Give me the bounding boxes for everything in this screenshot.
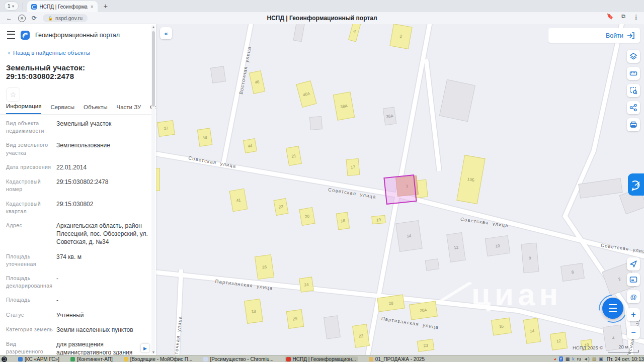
attribute-row: Площадь декларированная - xyxy=(6,275,151,290)
share-button[interactable] xyxy=(627,101,640,114)
building-number: 9 xyxy=(529,255,531,260)
panel-tab[interactable]: Части ЗУ xyxy=(117,104,141,114)
menu-icon[interactable] xyxy=(7,31,15,39)
app-icon xyxy=(70,357,75,361)
back-icon[interactable]: ← xyxy=(6,15,12,22)
bookmark-icon[interactable]: 🔖 xyxy=(606,13,613,20)
select-area-button[interactable] xyxy=(627,84,640,97)
building[interactable]: 8 xyxy=(560,263,585,282)
app-icon xyxy=(369,357,373,361)
tray-icon[interactable]: ◕ xyxy=(553,356,556,361)
layers-button[interactable] xyxy=(627,50,640,63)
tray-icon[interactable]: k xyxy=(572,356,575,361)
protect-icon[interactable]: Я xyxy=(18,15,26,22)
task-button[interactable]: НСПД | Геоинформацион... xyxy=(285,356,358,362)
refresh-icon[interactable]: ⟳ xyxy=(32,15,37,22)
browser-toolbar: ← Я ⟳ 🔒 nspd.gov.ru xyxy=(0,12,644,25)
close-icon[interactable]: × xyxy=(91,4,94,10)
building[interactable]: 36А xyxy=(383,107,397,126)
building[interactable] xyxy=(210,66,226,83)
building-number: 48 xyxy=(202,135,207,140)
building[interactable]: 18 xyxy=(336,212,350,230)
building[interactable]: 29 xyxy=(286,309,304,329)
zoom-out-button[interactable]: − xyxy=(627,326,640,339)
panel-scrollbar[interactable]: ▲ ▼ xyxy=(151,25,155,354)
building[interactable]: 12 xyxy=(550,332,568,350)
panel-tab[interactable]: Информация xyxy=(6,103,41,114)
downloads-icon[interactable]: ⭳ xyxy=(633,14,639,20)
building[interactable]: 2 xyxy=(389,24,412,49)
attribute-label: Вид земельного участка xyxy=(6,141,54,156)
building[interactable]: 44 xyxy=(243,138,257,153)
attribute-row: Площадь уточненная 374 кв. м xyxy=(6,253,151,268)
highlighted-parcel[interactable] xyxy=(383,174,417,205)
task-button[interactable]: [Росимущество - Chromiu... xyxy=(203,356,273,362)
back-to-results-link[interactable]: ‹ Назад в найденные объекты xyxy=(0,43,156,56)
map-canvas[interactable]: 4640А274844214238А36А1713Б41222018191412… xyxy=(156,24,644,355)
tab-title: НСПД | Геоинформа xyxy=(40,4,88,10)
taskbar-clock[interactable]: Пт. 24 окт. 10:13 xyxy=(607,356,644,362)
locate-button[interactable] xyxy=(627,257,640,270)
print-button[interactable] xyxy=(627,118,640,131)
attribute-row: Дата присвоения 22.01.2014 xyxy=(6,163,151,171)
task-button[interactable]: [Континент-АП] xyxy=(70,356,113,362)
building[interactable]: 17 xyxy=(346,158,360,176)
zoom-in-button[interactable]: + xyxy=(627,308,640,321)
tabs-scroll-button[interactable]: ▶ xyxy=(140,343,150,353)
address-search-button[interactable]: @ xyxy=(627,290,640,303)
tray-icon[interactable]: ru xyxy=(577,356,581,361)
building[interactable] xyxy=(425,258,440,270)
tray-icon[interactable]: ▣ xyxy=(599,356,603,361)
task-button[interactable]: [КС «АРМ ГС»] xyxy=(18,356,59,362)
building[interactable]: 10 xyxy=(485,235,511,256)
login-label: Войти xyxy=(606,32,623,39)
building[interactable]: 24 xyxy=(299,277,314,292)
building-number: 17 xyxy=(351,165,356,170)
tray-icon[interactable]: ◄) xyxy=(584,356,590,361)
building[interactable]: 23 xyxy=(417,339,435,352)
building[interactable]: 19 xyxy=(371,215,385,224)
task-buttons: [КС «АРМ ГС»] [Континент-АП] [Входящие -… xyxy=(7,356,425,362)
scrollbar-thumb[interactable] xyxy=(152,31,155,107)
building-number: 41 xyxy=(236,198,241,203)
ruler-button[interactable] xyxy=(627,67,640,80)
collapse-panel-button[interactable]: « xyxy=(160,27,172,39)
collections-icon[interactable]: ⧉ xyxy=(621,13,625,20)
browser-tab[interactable]: НСПД | Геоинформа × xyxy=(27,1,98,12)
map-attribution: НСПД 2025 © xyxy=(573,345,603,350)
url-text: nspd.gov.ru xyxy=(55,15,83,21)
building[interactable] xyxy=(324,315,341,339)
building[interactable]: 18 xyxy=(244,299,263,324)
scroll-up-icon[interactable]: ▲ xyxy=(151,25,155,29)
tray-icon[interactable]: Y xyxy=(559,356,563,361)
building[interactable]: 20 xyxy=(299,207,315,226)
tray-icon[interactable]: ▤ xyxy=(592,356,597,361)
building[interactable]: 14 xyxy=(395,220,422,252)
building[interactable]: 27 xyxy=(157,120,175,137)
building[interactable]: 9 xyxy=(521,243,539,273)
building[interactable]: 22 xyxy=(352,324,370,348)
panel-tab[interactable]: Объекты xyxy=(84,104,107,114)
scroll-down-icon[interactable]: ▼ xyxy=(151,350,155,354)
browser-tabstrip: 1 ▼ НСПД | Геоинформа × + xyxy=(0,0,644,12)
building[interactable] xyxy=(156,168,160,191)
start-menu-icon[interactable] xyxy=(2,356,7,362)
task-button[interactable]: [Входящие - МойОфис П... xyxy=(124,356,193,362)
building[interactable]: 26 xyxy=(255,254,274,280)
building[interactable]: 22 xyxy=(273,198,288,216)
task-button[interactable]: 01_ПРОДАЖА - 2025 xyxy=(369,356,425,362)
feedback-widget[interactable] xyxy=(628,173,644,196)
building[interactable] xyxy=(309,116,323,130)
address-bar[interactable]: 🔒 nspd.gov.ru xyxy=(43,14,88,22)
tab-group-button[interactable]: 1 ▼ xyxy=(4,2,19,11)
login-bar[interactable]: Войти xyxy=(548,28,640,43)
chat-button[interactable] xyxy=(602,298,623,319)
favorite-button[interactable]: ☆ xyxy=(6,87,20,102)
building-number: 40А xyxy=(302,91,310,97)
tray-icon[interactable]: ▦ xyxy=(566,356,570,361)
panel-tab[interactable]: Сервисы xyxy=(50,104,74,114)
minimap-button[interactable] xyxy=(627,273,640,286)
new-tab-button[interactable]: + xyxy=(104,2,108,10)
building[interactable]: 16 xyxy=(491,318,512,336)
building[interactable]: 48 xyxy=(197,128,212,146)
